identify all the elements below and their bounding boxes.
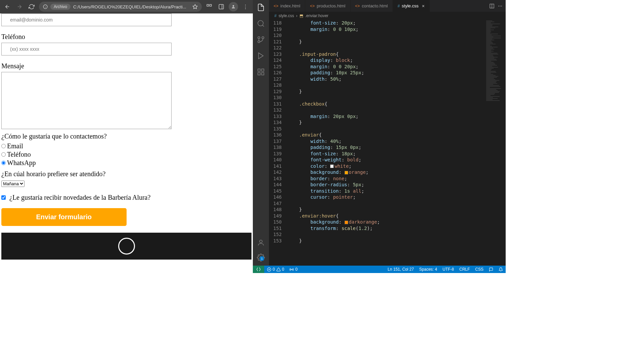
- notifications-icon[interactable]: [496, 267, 506, 272]
- code-editor[interactable]: 1181191201211221231241251261271281291301…: [269, 20, 506, 266]
- code-content[interactable]: font-size: 20px; margin: 0 0 10px; } .in…: [288, 20, 486, 266]
- svg-rect-4: [207, 4, 209, 6]
- tab-productos-html[interactable]: <>productos.html: [305, 0, 350, 12]
- svg-point-8: [233, 5, 234, 7]
- svg-line-10: [263, 25, 264, 27]
- newsletter-label: ¿Le gustaría recibir novedades de la Bar…: [9, 194, 150, 201]
- search-icon[interactable]: [257, 20, 265, 28]
- file-chip: Archivo: [50, 4, 71, 10]
- remote-button[interactable]: [253, 266, 264, 273]
- explorer-icon[interactable]: [257, 3, 265, 11]
- svg-point-11: [262, 37, 264, 39]
- cursor-position[interactable]: Ln 151, Col 27: [385, 267, 417, 272]
- email-field[interactable]: [1, 13, 172, 26]
- radio-email[interactable]: Email: [1, 142, 251, 150]
- svg-marker-3: [193, 4, 197, 9]
- contact-radio-group: Email Teléfono WhatsApp: [1, 142, 251, 167]
- submit-button[interactable]: Enviar formulario: [1, 208, 127, 226]
- vscode-window: 1 <>index.html<>productos.html<>contacto…: [253, 0, 506, 273]
- split-editor-icon[interactable]: [489, 3, 495, 9]
- page-content: Teléfono Mensaje ¿Cómo le gustaría que l…: [0, 13, 253, 273]
- star-icon[interactable]: [192, 4, 198, 9]
- menu-icon[interactable]: ⋮: [241, 2, 250, 11]
- close-icon[interactable]: ×: [422, 3, 424, 9]
- newsletter-checkbox[interactable]: [1, 195, 6, 200]
- svg-rect-5: [210, 4, 212, 6]
- reload-button[interactable]: [27, 2, 36, 11]
- eol-button[interactable]: CRLF: [457, 267, 472, 272]
- source-control-icon[interactable]: [257, 36, 265, 44]
- breadcrumb-symbol: .enviar:hover: [305, 13, 328, 18]
- url-bar[interactable]: Archivo C:/Users/ROGELIO%20EZEQUIEL/Desk…: [39, 2, 202, 12]
- sidepanel-icon[interactable]: [217, 2, 226, 11]
- footer-logo-icon: [118, 238, 135, 255]
- url-text: C:/Users/ROGELIO%20EZEQUIEL/Desktop/Alur…: [73, 4, 186, 9]
- port-button[interactable]: 0: [287, 267, 300, 272]
- mensaje-label: Mensaje: [1, 62, 251, 70]
- telefono-field[interactable]: [1, 43, 172, 55]
- html-file-icon: <>: [355, 4, 360, 8]
- tab-index-html[interactable]: <>index.html: [269, 0, 305, 12]
- contact-question: ¿Cómo le gustaría que lo contactemos?: [1, 132, 251, 140]
- horario-question: ¿En cúal horario prefiere ser atendido?: [1, 170, 251, 178]
- html-file-icon: <>: [274, 4, 278, 8]
- css-file-icon: #: [398, 4, 400, 8]
- svg-rect-15: [258, 69, 260, 71]
- svg-point-13: [258, 37, 260, 39]
- svg-rect-18: [258, 73, 260, 75]
- horario-select[interactable]: Mañana: [1, 181, 25, 187]
- mensaje-field[interactable]: [1, 72, 172, 129]
- css-rule-icon: ⬒: [300, 13, 303, 18]
- editor-area: <>index.html<>productos.html<>contacto.h…: [269, 0, 506, 266]
- language-button[interactable]: CSS: [472, 267, 486, 272]
- breadcrumb-file: style.css: [279, 13, 294, 18]
- feedback-icon[interactable]: [486, 267, 496, 272]
- css-file-icon: #: [274, 13, 277, 18]
- svg-marker-14: [259, 53, 263, 59]
- svg-rect-6: [219, 4, 224, 9]
- breadcrumbs[interactable]: # style.css › ⬒ .enviar:hover: [269, 12, 506, 20]
- encoding-button[interactable]: UTF-8: [440, 267, 457, 272]
- svg-point-12: [258, 41, 260, 43]
- minimap[interactable]: [486, 20, 506, 266]
- back-button[interactable]: [3, 2, 12, 11]
- browser-toolbar: Archivo C:/Users/ROGELIO%20EZEQUIEL/Desk…: [0, 0, 253, 13]
- newsletter-row[interactable]: ¿Le gustaría recibir novedades de la Bar…: [1, 194, 251, 201]
- extensions-icon[interactable]: [204, 2, 214, 11]
- problems-button[interactable]: 0 0: [264, 267, 287, 272]
- page-footer: [1, 233, 251, 260]
- line-gutter: 1181191201211221231241251261271281291301…: [269, 20, 288, 266]
- extensions-icon[interactable]: [257, 68, 265, 76]
- settings-badge: 1: [260, 256, 264, 261]
- activity-bar: 1: [253, 0, 269, 266]
- radio-whatsapp[interactable]: WhatsApp: [1, 159, 251, 167]
- telefono-label: Teléfono: [1, 33, 251, 41]
- indentation-button[interactable]: Spaces: 4: [417, 267, 440, 272]
- forward-button[interactable]: [15, 2, 24, 11]
- svg-rect-17: [262, 73, 264, 75]
- account-icon[interactable]: [257, 239, 265, 247]
- run-debug-icon[interactable]: [257, 52, 265, 60]
- svg-point-9: [258, 21, 263, 26]
- svg-point-19: [260, 240, 262, 243]
- tab-style-css[interactable]: #style.css×: [393, 0, 430, 12]
- more-actions-icon[interactable]: ⋯: [498, 3, 502, 8]
- tab-contacto-html[interactable]: <>contacto.html: [351, 0, 393, 12]
- info-icon: [43, 4, 48, 9]
- svg-rect-16: [262, 69, 264, 71]
- status-bar: 0 0 0 Ln 151, Col 27 Spaces: 4 UTF-8 CRL…: [253, 266, 506, 273]
- browser-window: Archivo C:/Users/ROGELIO%20EZEQUIEL/Desk…: [0, 0, 253, 273]
- tabs-bar: <>index.html<>productos.html<>contacto.h…: [269, 0, 506, 12]
- profile-icon[interactable]: [229, 2, 238, 11]
- svg-point-26: [291, 269, 292, 270]
- radio-telefono[interactable]: Teléfono: [1, 151, 251, 158]
- html-file-icon: <>: [310, 4, 315, 8]
